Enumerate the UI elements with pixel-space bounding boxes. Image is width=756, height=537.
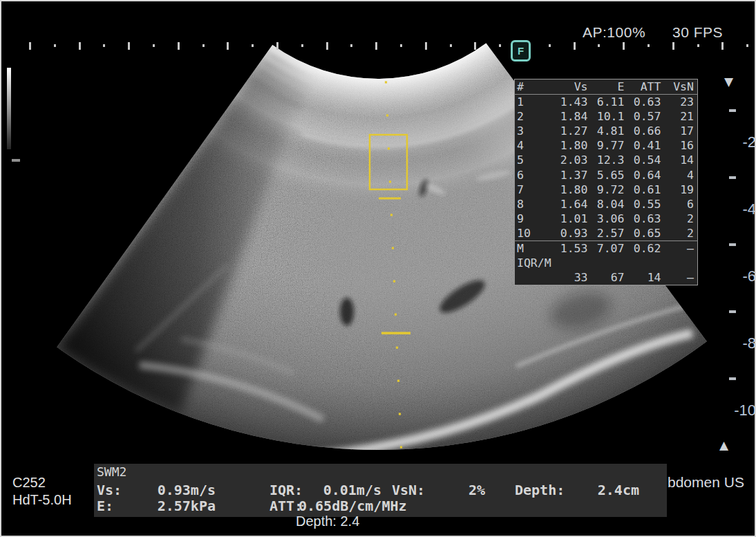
swm-results-table: #VsEATTVsN11.436.110.632321.8410.10.5721…: [514, 79, 698, 285]
table-cell: 1.80: [551, 138, 588, 153]
depth-scale-label: -10: [713, 402, 756, 420]
depth-top-arrow-icon: ▼: [724, 76, 733, 88]
table-cell: 4: [661, 168, 698, 182]
e-label: E:: [97, 498, 113, 514]
table-cell: 2.03: [551, 153, 588, 167]
left-focus-marker: [12, 159, 20, 162]
depth-value: 2.4cm: [547, 482, 639, 498]
vs-label: Vs:: [97, 482, 122, 498]
table-row: 81.648.040.556: [515, 197, 698, 211]
table-cell: E: [588, 79, 625, 95]
table-cell: 1.84: [551, 109, 588, 124]
table-cell: 9: [515, 211, 551, 226]
focus-indicator-icon: F: [511, 40, 531, 62]
depth-scale-label: -6: [713, 267, 756, 285]
depth-minor-tick: [729, 310, 736, 313]
iqr-label-row: IQR/M: [515, 256, 698, 270]
table-cell: 23: [661, 95, 698, 110]
table-cell: 1.64: [551, 197, 588, 211]
depth-readout: Depth: 2.4: [296, 514, 359, 529]
depth-minor-tick: [729, 176, 736, 179]
table-cell: 3: [515, 124, 551, 138]
table-cell: 10: [515, 226, 551, 241]
focus-letter: F: [518, 45, 524, 57]
depth-bottom-arrow-icon: ▲: [719, 440, 728, 451]
table-row: 91.013.060.632: [515, 211, 698, 226]
table-cell: 1.01: [551, 211, 588, 226]
mline-dot: [399, 413, 401, 415]
table-cell: 8: [515, 197, 551, 211]
mline-dot: [392, 247, 394, 249]
table-cell: 16: [661, 138, 698, 153]
table-cell: 9.77: [588, 138, 625, 153]
table-row: 71.809.720.6119: [515, 182, 698, 197]
table-cell: –: [661, 241, 698, 256]
table-cell: 4: [515, 138, 551, 153]
depth-scale-label: -4: [713, 200, 756, 218]
table-cell: 4.81: [588, 124, 625, 138]
table-cell: 1: [515, 95, 551, 110]
table-cell: M: [515, 241, 551, 256]
table-cell: 0.54: [625, 153, 661, 167]
iqr-label: IQR:: [270, 482, 303, 498]
table-cell: 1.43: [551, 95, 588, 110]
acoustic-power-readout: AP:100%: [583, 24, 645, 41]
ultrasound-screen: AP:100% 30 FPS F #VsEATTVsN11.436.110.63…: [0, 0, 756, 537]
transducer-model: C252: [12, 474, 72, 491]
table-cell: 2.57: [588, 226, 625, 241]
swm-panel-title: SWM2: [97, 464, 126, 479]
table-cell: 0.66: [625, 124, 661, 138]
table-cell: 0.65: [625, 226, 661, 241]
att-label: ATT:: [270, 498, 303, 514]
table-cell: 14: [625, 270, 661, 285]
table-cell: 17: [661, 124, 698, 138]
table-cell: 8.04: [588, 197, 625, 211]
table-cell: –: [661, 270, 698, 285]
table-cell: 14: [661, 153, 698, 167]
table-row: 61.375.650.644: [515, 168, 698, 182]
table-cell: 6: [661, 197, 698, 211]
table-cell: 0.63: [625, 95, 661, 110]
vs-value: 0.93m/s: [122, 482, 216, 498]
table-cell: VsN: [661, 79, 698, 95]
mline-dot: [396, 346, 398, 348]
iqr-label-cell: IQR/M: [515, 256, 698, 270]
table-cell: 9.72: [588, 182, 625, 197]
table-cell: 5: [515, 153, 551, 167]
table-cell: 12.3: [588, 153, 625, 167]
table-cell: [515, 270, 551, 285]
depth-minor-tick: [729, 377, 736, 380]
table-cell: 0.61: [625, 182, 661, 197]
table-row: 11.436.110.6323: [515, 95, 698, 110]
table-cell: #: [515, 79, 551, 95]
table-cell: 0.62: [625, 241, 661, 256]
table-cell: 6: [515, 168, 551, 182]
att-value: 0.65dB/cm/MHz: [299, 498, 407, 514]
table-cell: 0.55: [625, 197, 661, 211]
swm-measurement-panel: SWM2 Vs: 0.93m/s IQR: 0.01m/s VsN: 2% De…: [94, 464, 667, 517]
depth-minor-tick: [729, 109, 736, 112]
e-value: 2.57kPa: [122, 498, 216, 514]
table-row: 100.932.570.652: [515, 226, 698, 241]
depth-minor-tick: [729, 243, 736, 246]
table-cell: 0.64: [625, 168, 661, 182]
table-cell: 3.06: [588, 211, 625, 226]
mline-dot: [393, 280, 395, 282]
table-cell: 5.65: [588, 168, 625, 182]
grayscale-bar: [7, 68, 11, 149]
table-row: 31.274.810.6617: [515, 124, 698, 138]
table-cell: 1.53: [551, 241, 588, 256]
vsn-value: 2%: [416, 482, 485, 498]
table-cell: 0.93: [551, 226, 588, 241]
table-cell: 33: [551, 270, 588, 285]
table-cell: 2: [661, 226, 698, 241]
mline-dot: [388, 147, 390, 149]
mline-dot: [386, 114, 388, 116]
table-cell: 0.63: [625, 211, 661, 226]
transducer-probe: HdT-5.0H: [12, 491, 72, 509]
mline-dot: [395, 313, 397, 315]
iqr-values-row: 336714–: [515, 270, 698, 285]
transducer-info: C252 HdT-5.0H: [12, 474, 72, 509]
table-cell: 1.80: [551, 182, 588, 197]
mline-dot: [397, 379, 399, 381]
